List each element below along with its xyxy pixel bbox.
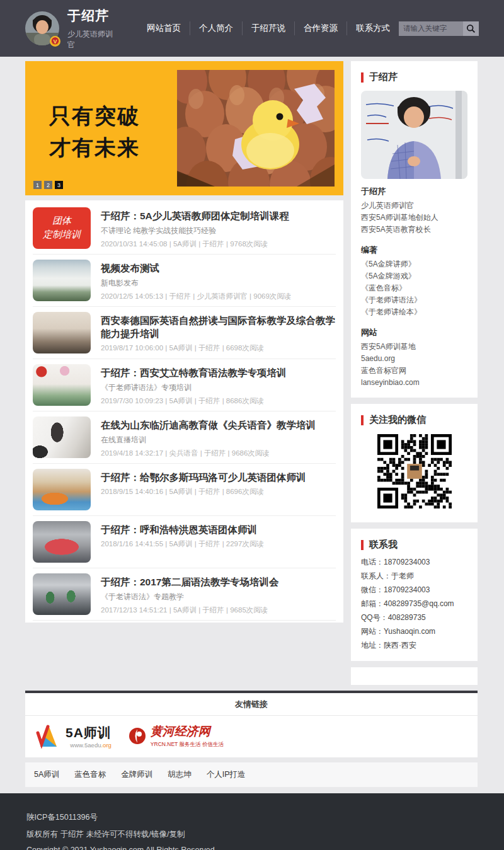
article-title[interactable]: 于绍芹：5A少儿英语教师团体定制培训课程 [101,209,336,222]
5a-logo-name: 5A师训 [66,724,112,742]
nav-item[interactable]: 合作资源 [294,21,346,35]
article-row[interactable]: 在线为山东临沂迪高教育做《尖兵语音》教学培训 在线直播培训 2019/4/18 … [33,411,336,464]
nav-item[interactable]: 于绍芹说 [242,21,294,35]
article-row[interactable]: 视频发布测试 新电影发布 2020/12/5 14:05:13 | 于绍芹 | … [33,255,336,307]
main-nav: 网站首页个人简介于绍芹说合作资源联系方式 [138,21,399,35]
site-item[interactable]: 蓝色音标官网 [361,365,467,377]
article-title[interactable]: 于绍芹：2017第二届语法教学专场培训会 [101,575,336,589]
profile-roles: 少儿英语师训官西安5A师训基地创始人西安5A英语教育校长 [361,200,467,236]
article-title[interactable]: 于绍芹：西安艾立特教育语法教学专项培训 [101,366,336,379]
wechat-heading: 关注我的微信 [361,411,467,426]
article-meta: 2020/10/31 14:45:08 | 5A师训 | 于绍芹 | 9768次… [101,239,336,249]
site-item[interactable]: lanseyinbiao.com [361,377,467,389]
contact-card: 联系我 电话：18709234003联系人：于老师微信：18709234003邮… [351,529,478,661]
site-item[interactable]: 5aedu.org [361,353,467,365]
article-thumbnail[interactable] [33,469,91,510]
footer-lines: 陕ICP备15011396号版权所有 于绍芹 未经许可不得转载/镜像/复制Cop… [26,812,478,850]
banner-slogan: 只有突破 才有未来 [49,100,140,163]
friend-links-section: 友情链接 5A师训 www.5aedu.org 黄河经济网 YRCN.NET 服… [25,691,478,757]
wechat-qr-code [377,434,452,508]
article-thumbnail[interactable] [33,573,91,615]
book-item: 《于老师讲绘本》 [361,306,467,318]
sites-heading: 网站 [361,327,467,338]
footer-line: 陕ICP备15011396号 [26,812,478,823]
article-subtitle: 新电影发布 [101,278,336,289]
tag-links-row: 5A师训蓝色音标金牌师训胡志坤个人IP打造 [25,762,478,787]
footer-line: Copyright © 2021 Yushaoqin.com All Right… [26,846,478,850]
friend-links-title: 友情链接 [25,693,478,716]
tag-link[interactable]: 蓝色音标 [74,769,106,780]
banner-page-dot[interactable]: 1 [33,181,42,189]
banner-page-dot[interactable]: 3 [55,181,63,189]
article-title[interactable]: 于绍芹：呼和浩特洪恩英语团体师训 [101,523,336,536]
article-thumbnail[interactable] [33,260,91,301]
search-button[interactable] [463,21,479,36]
article-title[interactable]: 于绍芹：给鄂尔多斯玛玛洛可少儿英语团体师训 [101,471,336,484]
banner-pagination: 123 [33,181,63,189]
book-item: 《蓝色音标》 [361,282,467,294]
article-row[interactable]: 于绍芹：呼和浩特洪恩英语团体师训 2018/1/16 14:41:55 | 5A… [33,516,336,568]
article-thumbnail[interactable]: 团体 定制培训 [33,207,91,249]
contact-list: 电话：18709234003联系人：于老师微信：18709234003邮箱：40… [361,555,467,652]
site-tagline: 少儿英语师训官 [67,29,119,50]
book-item: 《于老师讲语法》 [361,294,467,306]
article-list: 团体 定制培训 于绍芹：5A少儿英语教师团体定制培训课程 不讲理论 纯教学实战技… [25,200,343,623]
footer-line: 版权所有 于绍芹 未经许可不得转载/镜像/复制 [26,829,478,840]
avatar[interactable]: V [25,11,59,45]
search-icon [466,24,476,33]
contact-line: QQ号：408289735 [361,611,467,624]
search-box [399,21,479,36]
article-meta: 2018/9/15 14:40:16 | 5A师训 | 于绍芹 | 8696次阅… [101,487,336,497]
tag-link[interactable]: 胡志坤 [168,769,192,780]
article-row[interactable]: 于绍芹：2017第二届语法教学专场培训会 《于老讲语法》专题教学 2017/12… [33,568,336,621]
banner-page-dot[interactable]: 2 [44,181,52,189]
profile-photo [361,91,467,179]
article-meta: 2019/8/17 10:06:00 | 5A师训 | 于绍芹 | 6698次阅… [101,343,336,353]
nav-item[interactable]: 联系方式 [346,21,399,35]
profile-role: 少儿英语师训官 [361,200,467,212]
site-header: V 于绍芹 少儿英语师训官 网站首页个人简介于绍芹说合作资源联系方式 [0,0,504,57]
article-subtitle: 《于老讲语法》专题教学 [101,592,336,602]
banner-image-chick [177,70,335,187]
article-title[interactable]: 西安泰德国际英语自然拼读与国际音标教学及综合教学能力提升培训 [101,314,336,340]
tag-link[interactable]: 5A师训 [34,769,59,780]
site-title: 于绍芹 [67,7,119,25]
tag-link[interactable]: 金牌师训 [121,769,152,780]
article-thumbnail[interactable] [33,521,91,563]
book-item: 《5A金牌游戏》 [361,270,467,282]
books-list: 《5A金牌讲师》《5A金牌游戏》《蓝色音标》《于老师讲语法》《于老师讲绘本》 [361,258,467,318]
article-row[interactable]: 西安泰德国际英语自然拼读与国际音标教学及综合教学能力提升培训 2019/8/17… [33,307,336,359]
tag-link[interactable]: 个人IP打造 [207,769,246,780]
logo-yellow-river[interactable]: 黄河经济网 YRCN.NET 服务生活 价值生活 [128,723,224,749]
nav-item[interactable]: 个人简介 [190,21,242,35]
books-heading: 编著 [361,244,467,256]
article-meta: 2020/12/5 14:05:13 | 于绍芹 | 少儿英语师训官 | 906… [101,292,336,301]
article-row[interactable]: 于绍芹：西安艾立特教育语法教学专项培训 《于老师讲语法》专项培训 2019/7/… [33,359,336,411]
empty-card [351,667,478,685]
article-meta: 2017/12/13 14:51:21 | 5A师训 | 于绍芹 | 9685次… [101,606,336,615]
profile-role: 西安5A英语教育校长 [361,224,467,236]
article-subtitle: 《于老师讲语法》专项培训 [101,382,336,393]
article-subtitle: 在线直播培训 [101,435,336,445]
yellow-river-logo-sub: YRCN.NET 服务生活 价值生活 [151,741,224,749]
article-title[interactable]: 视频发布测试 [101,261,336,275]
article-thumbnail[interactable] [33,364,91,406]
contact-line: 邮箱：408289735@qq.com [361,597,467,611]
profile-name: 于绍芹 [361,186,467,197]
search-input[interactable] [399,21,463,36]
verified-badge-icon: V [50,36,60,47]
profile-heading: 于绍芹 [361,69,467,83]
book-item: 《5A金牌讲师》 [361,258,467,270]
article-title[interactable]: 在线为山东临沂迪高教育做《尖兵语音》教学培训 [101,418,336,432]
article-row[interactable]: 于绍芹：给鄂尔多斯玛玛洛可少儿英语团体师训 2018/9/15 14:40:16… [33,464,336,516]
banner-carousel[interactable]: 只有突破 才有未来 [25,61,343,195]
site-item[interactable]: 西安5A师训基地 [361,341,467,353]
nav-item[interactable]: 网站首页 [138,21,190,35]
article-thumbnail[interactable] [33,312,91,353]
contact-line: 网站：Yushaoqin.com [361,624,467,638]
yellow-river-logo-name: 黄河经济网 [151,723,224,740]
5a-logo-url: www.5aedu.org [70,742,112,749]
article-thumbnail[interactable] [33,416,91,458]
article-row[interactable]: 团体 定制培训 于绍芹：5A少儿英语教师团体定制培训课程 不讲理论 纯教学实战技… [33,202,336,255]
logo-5a-shixun[interactable]: 5A师训 www.5aedu.org [35,723,112,749]
